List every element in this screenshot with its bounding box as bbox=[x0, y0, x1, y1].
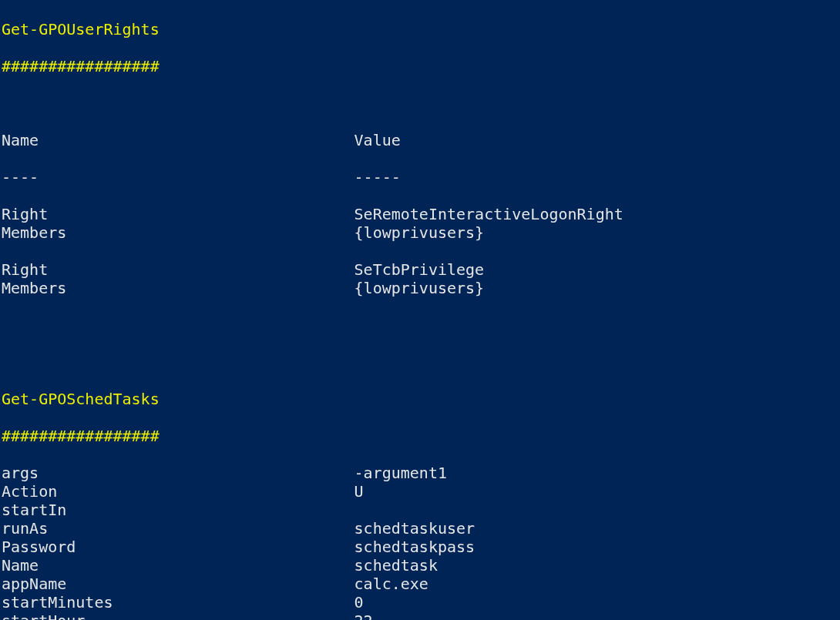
table-header: Name Value bbox=[2, 131, 840, 149]
col-name: Name bbox=[2, 131, 354, 149]
section-title: Get-GPOUserRights bbox=[2, 20, 840, 39]
table-row: Name schedtask bbox=[2, 556, 840, 575]
col-value-dash: ----- bbox=[354, 168, 401, 186]
section-divider: ################# bbox=[2, 427, 840, 445]
table-row: appName calc.exe bbox=[2, 575, 840, 593]
table-row: args -argument1 bbox=[2, 464, 840, 482]
table-row: Members {lowprivusers} bbox=[2, 223, 840, 242]
section-title: Get-GPOSchedTasks bbox=[2, 390, 840, 408]
table-row: Right SeRemoteInteractiveLogonRight bbox=[2, 205, 840, 223]
table-row: startHour 22 bbox=[2, 612, 840, 620]
table-row: Password schedtaskpass bbox=[2, 538, 840, 556]
section1-rows: Right SeRemoteInteractiveLogonRightMembe… bbox=[2, 205, 840, 297]
blank-line bbox=[2, 316, 840, 334]
table-header-divider: ---- ----- bbox=[2, 168, 840, 186]
blank-line bbox=[2, 353, 840, 371]
section-divider: ################# bbox=[2, 57, 840, 75]
table-row: runAs schedtaskuser bbox=[2, 519, 840, 538]
col-value: Value bbox=[354, 131, 401, 149]
table-row: Right SeTcbPrivilege bbox=[2, 260, 840, 279]
table-row: startIn bbox=[2, 501, 840, 519]
table-row: Members {lowprivusers} bbox=[2, 279, 840, 297]
table-row bbox=[2, 242, 840, 260]
blank-line bbox=[2, 94, 840, 112]
section2-rows: args -argument1Action UstartIn runAs sch… bbox=[2, 464, 840, 620]
table-row: startMinutes 0 bbox=[2, 593, 840, 612]
powershell-console[interactable]: Get-GPOUserRights ################# Name… bbox=[0, 0, 840, 620]
table-row: Action U bbox=[2, 482, 840, 501]
col-name-dash: ---- bbox=[2, 168, 354, 186]
